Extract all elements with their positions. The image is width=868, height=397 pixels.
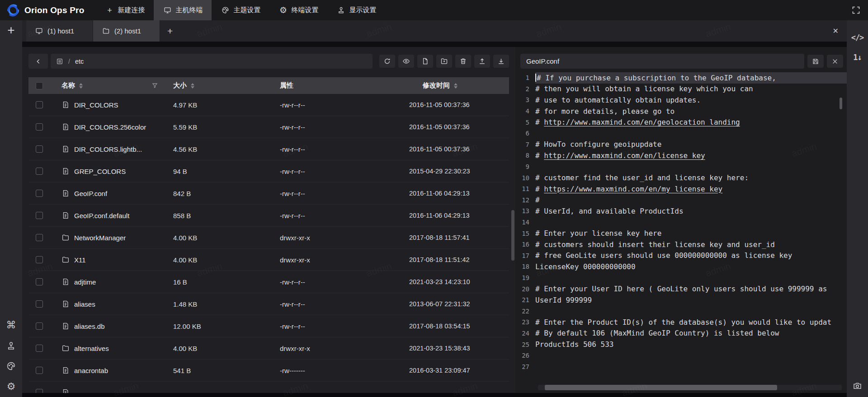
camera-icon[interactable] [853,381,862,391]
trash-icon[interactable] [455,55,471,68]
file-name[interactable]: GeoIP.conf [74,190,107,197]
file-name[interactable]: NetworkManager [74,234,126,242]
close-icon[interactable]: ✕ [825,20,847,42]
download-icon[interactable] [493,55,509,68]
code-line[interactable]: 12# [515,195,847,206]
code-line[interactable]: 16# customers should insert their licens… [515,239,847,250]
row-checkbox[interactable] [36,212,43,219]
row-checkbox[interactable] [36,367,43,374]
column-header-mtime[interactable]: 修改时间 [423,81,450,90]
code-line[interactable]: 1# If you purchase a subscription to the… [515,72,847,84]
table-row[interactable]: adjtime16 B-rw-r--r--2021-03-23 14:23:10 [28,271,509,293]
code-line[interactable]: 21UserId 999999 [515,294,847,306]
upload-icon[interactable] [474,55,490,68]
code-line[interactable]: 13# UserId, and available ProductIds [515,206,847,217]
nav-item-theme-settings[interactable]: 主题设置 [212,0,269,20]
url-link[interactable]: http://www.maxmind.com/en/geolocation_la… [544,118,740,126]
code-line[interactable]: 24# By default 106 (MaxMind GeoIP Countr… [515,328,847,339]
code-line[interactable]: 11# https://www.maxmind.com/en/my_licens… [515,183,847,195]
code-line[interactable]: 6 [515,128,847,139]
sort-arrows-icon[interactable] [191,83,194,89]
row-checkbox[interactable] [36,300,43,308]
row-checkbox[interactable] [36,345,43,352]
table-row[interactable]: anacrontab541 B-rw-------2016-03-31 23:0… [28,360,509,382]
nav-item-terminal-settings[interactable]: ⚙ 终端设置 [269,0,327,20]
row-checkbox[interactable] [36,168,43,175]
nav-item-display-settings[interactable]: 显示设置 [327,0,385,20]
new-file-icon[interactable] [417,55,433,68]
row-checkbox[interactable] [36,190,43,197]
tab-host1-terminal[interactable]: (1) host1 [26,20,93,42]
sort-arrows-icon[interactable] [79,83,83,89]
filter-icon[interactable] [151,82,170,89]
column-header-size[interactable]: 大小 [173,81,187,90]
close-icon[interactable] [827,55,843,68]
code-icon[interactable]: </> [851,33,864,42]
code-line[interactable]: 26 [515,350,847,361]
table-row[interactable]: X114.00 KBdrwxr-xr-x2017-08-18 11:51:42 [28,249,509,271]
code-editor[interactable]: 1# If you purchase a subscription to the… [515,72,847,393]
row-checkbox[interactable] [36,278,43,285]
file-name[interactable]: DIR_COLORS.256color [74,123,146,131]
file-name[interactable]: GeoIP.conf.default [74,212,129,220]
code-line[interactable]: 9 [515,161,847,173]
file-name[interactable]: X11 [74,256,86,264]
row-checkbox[interactable] [36,322,43,330]
sort-arrows-icon[interactable] [454,83,458,89]
code-line[interactable]: 22 [515,305,847,317]
sort-order-icon[interactable]: 1↓ [853,53,861,62]
file-list-scrollbar[interactable] [511,210,514,261]
file-name[interactable]: aliases [74,300,95,308]
table-row[interactable]: DIR_COLORS.256color5.59 KB-rw-r--r--2016… [28,116,509,138]
editor-vscrollbar[interactable] [840,98,842,109]
code-line[interactable]: 2# then you will obtain a license key wh… [515,84,847,95]
file-name[interactable]: DIR_COLORS [74,101,118,109]
file-name[interactable]: GREP_COLORS [74,168,126,175]
file-name[interactable]: alternatives [74,345,109,352]
table-row[interactable]: NetworkManager4.00 KBdrwxr-xr-x2017-08-1… [28,227,509,249]
code-line[interactable]: 27 [515,361,847,372]
fullscreen-icon[interactable] [844,0,868,20]
table-row[interactable]: alternatives4.00 KBdrwxr-xr-x2021-03-23 … [28,337,509,360]
row-checkbox[interactable] [36,234,43,241]
table-row[interactable]: DIR_COLORS.lightb...4.56 KB-rw-r--r--201… [28,138,509,160]
code-line[interactable]: 14 [515,217,847,228]
editor-hscrollbar[interactable] [538,385,842,390]
table-row[interactable]: GREP_COLORS94 B-rw-r--r--2015-04-29 22:3… [28,160,509,182]
url-link[interactable]: https://www.maxmind.com/en/my_license_ke… [544,185,722,193]
new-tab-button[interactable]: + [160,20,180,42]
tab-host1-files[interactable]: (2) host1 [93,20,160,42]
file-name[interactable]: aliases.db [74,322,105,330]
code-line[interactable]: 8# http://www.maxmind.com/en/license_key [515,150,847,161]
code-line[interactable]: 7# HowTo configure geoipupdate [515,139,847,150]
code-line[interactable]: 18LicenseKey 000000000000 [515,261,847,272]
refresh-icon[interactable] [379,55,395,68]
select-all-checkbox[interactable] [36,82,43,89]
breadcrumb[interactable]: / etc [51,54,373,69]
file-name[interactable]: adjtime [74,278,96,286]
code-line[interactable]: 25ProductIds 506 533 [515,339,847,350]
code-line[interactable]: 20# Enter your User ID here ( GeoLite on… [515,283,847,294]
table-row[interactable]: GeoIP.conf.default858 B-rw-r--r--2016-11… [28,205,509,227]
code-line[interactable]: 15# Enter your license key here [515,228,847,239]
filename-input[interactable] [520,54,804,69]
column-header-name[interactable]: 名称 [61,81,75,90]
command-icon[interactable]: ⌘ [6,320,16,330]
code-line[interactable]: 19 [515,272,847,284]
nav-item-host-terminal[interactable]: 主机终端 [154,0,212,20]
code-line[interactable]: 3# use to automatically obtain updates. [515,94,847,106]
file-name[interactable]: DIR_COLORS.lightb... [74,145,142,153]
table-row[interactable]: GeoIP.conf842 B-rw-r--r--2016-11-06 04:2… [28,182,509,205]
plus-icon[interactable]: + [7,24,14,37]
back-button[interactable] [28,54,48,69]
nav-item-new-connection[interactable]: + 新建连接 [96,0,154,20]
gear-icon[interactable]: ⚙ [7,382,16,392]
stamp-icon[interactable] [6,341,16,350]
editor-hscrollbar-thumb[interactable] [545,385,777,390]
table-row[interactable]: aliases1.48 KB-rw-r--r--2013-06-07 22:31… [28,293,509,315]
row-checkbox[interactable] [36,145,43,153]
file-name[interactable]: anacrontab [74,367,108,374]
code-line[interactable]: 5# http://www.maxmind.com/en/geolocation… [515,117,847,128]
table-row[interactable]: aliases.db12.00 KB-rw-r--r--2017-08-18 0… [28,315,509,337]
code-line[interactable]: 23# Enter the Product ID(s) of the datab… [515,317,847,328]
